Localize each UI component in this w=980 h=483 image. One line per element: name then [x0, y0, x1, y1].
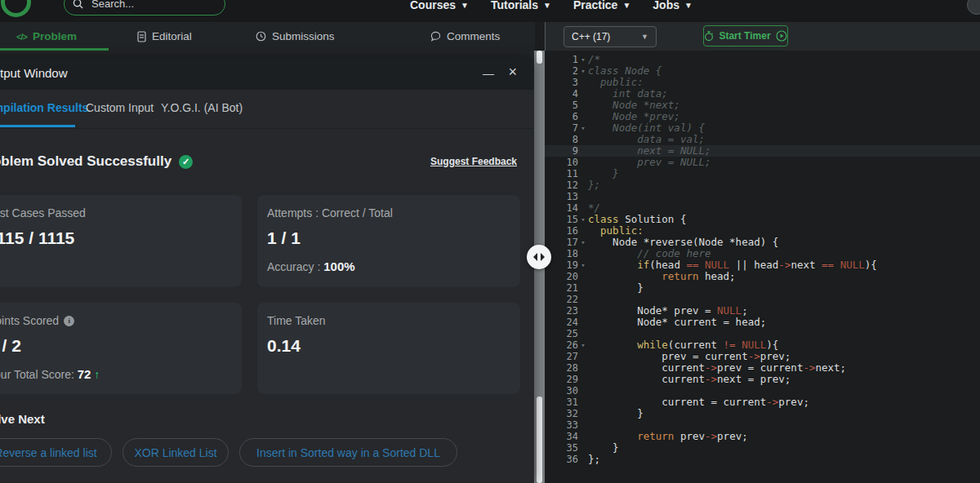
fold-spacer	[578, 408, 588, 419]
fold-spacer	[578, 385, 588, 397]
up-arrow-icon: ↑	[94, 368, 100, 381]
fold-spacer	[578, 134, 588, 145]
code-line[interactable]: 31 current = current->prev;	[545, 397, 980, 408]
suggest-feedback-link[interactable]: Suggest Feedback	[430, 156, 517, 167]
code-line[interactable]: 15▾class Solution {	[545, 214, 980, 225]
suggestion-pill[interactable]: Reverse a linked list	[0, 438, 112, 467]
code-line[interactable]: 4 int data;	[545, 88, 980, 100]
fold-arrow-icon[interactable]: ▾	[578, 339, 588, 351]
problem-tabbar: </> Problem Editorial Submissions Commen…	[0, 22, 535, 51]
code-line[interactable]: 5 Node *next;	[545, 100, 980, 111]
tab-label: Submissions	[272, 30, 335, 42]
info-icon[interactable]: i	[64, 316, 74, 326]
code-text: class Node {	[588, 65, 662, 77]
fold-arrow-icon[interactable]: ▾	[578, 237, 588, 248]
code-line[interactable]: 29 current->next = prev;	[545, 374, 980, 385]
code-line[interactable]: 34 return prev->prev;	[545, 431, 980, 442]
code-line[interactable]: 12};	[545, 179, 980, 191]
code-line[interactable]: 6 Node *prev;	[545, 111, 980, 122]
code-line[interactable]: 8 data = val;	[545, 134, 980, 145]
code-line[interactable]: 36};	[545, 454, 980, 465]
code-line[interactable]: 9 next = NULL;	[545, 145, 980, 157]
code-line[interactable]: 10 prev = NULL;	[545, 157, 980, 168]
scrollbar-thumb[interactable]	[537, 51, 542, 64]
suggestion-pill[interactable]: Insert in Sorted way in a Sorted DLL	[239, 438, 457, 467]
language-select[interactable]: C++ (17) ▼	[564, 26, 657, 47]
code-text: if(head == NULL || head->next == NULL){	[588, 259, 877, 271]
code-line[interactable]: 21 }	[545, 282, 980, 294]
fold-arrow-icon[interactable]: ▾	[578, 65, 588, 77]
code-line[interactable]: 1▾/*	[545, 54, 980, 65]
suggestion-pill[interactable]: XOR Linked List	[122, 438, 229, 467]
tab-custom-input[interactable]: Custom Input	[86, 101, 154, 114]
tab-problem[interactable]: </> Problem	[16, 22, 77, 51]
fold-spacer	[578, 305, 588, 317]
line-number: 31	[545, 397, 578, 408]
code-line[interactable]: 11 }	[545, 168, 980, 179]
panel-collapse-handle[interactable]	[527, 245, 551, 269]
nav-item-label: Practice	[573, 0, 617, 11]
code-line[interactable]: 32 }	[545, 408, 980, 419]
code-line[interactable]: 27 prev = current->prev;	[545, 351, 980, 362]
app-root: Courses ▼ Tutorials ▼ Practice ▼ Jobs ▼ …	[0, 0, 980, 483]
fold-spacer	[578, 88, 588, 100]
code-line[interactable]: 35 }	[545, 442, 980, 454]
code-line[interactable]: 33	[545, 419, 980, 431]
code-line[interactable]: 19▾ if(head == NULL || head->next == NUL…	[545, 259, 980, 271]
tab-submissions[interactable]: Submissions	[256, 22, 335, 51]
code-line[interactable]: 25	[545, 328, 980, 339]
stopwatch-icon	[704, 31, 714, 42]
code-line[interactable]: 16 public:	[545, 225, 980, 237]
tab-editorial[interactable]: Editorial	[137, 22, 192, 51]
search-icon	[73, 0, 83, 9]
output-window: Output Window — × Compilation Results Cu…	[0, 57, 534, 483]
code-text: prev = current->prev;	[588, 351, 791, 362]
tab-label: Comments	[447, 30, 500, 42]
tab-comments[interactable]: Comments	[430, 22, 500, 51]
code-line[interactable]: 13	[545, 191, 980, 202]
code-line[interactable]: 28 current->prev = current->next;	[545, 362, 980, 374]
code-line[interactable]: 14*/	[545, 202, 980, 214]
tab-yogi-ai-bot[interactable]: Y.O.G.I. (AI Bot)	[161, 101, 243, 114]
line-number: 4	[545, 88, 578, 100]
code-line[interactable]: 18 // code here	[545, 248, 980, 259]
top-navbar: Courses ▼ Tutorials ▼ Practice ▼ Jobs ▼	[0, 0, 980, 22]
close-icon[interactable]: ×	[508, 64, 517, 81]
avatar[interactable]	[967, 0, 980, 15]
card-attempts: Attempts : Correct / Total 1 / 1 Accurac…	[257, 195, 520, 287]
code-line[interactable]: 23 Node* prev = NULL;	[545, 305, 980, 317]
nav-item-tutorials[interactable]: Tutorials ▼	[491, 0, 551, 11]
line-number: 3	[545, 77, 578, 88]
fold-arrow-icon[interactable]: ▾	[578, 54, 588, 65]
code-line[interactable]: 7▾ Node(int val) {	[545, 122, 980, 134]
fold-arrow-icon[interactable]: ▾	[578, 259, 588, 271]
scrollbar-thumb[interactable]	[537, 397, 542, 483]
card-label: Attempts : Correct / Total	[267, 206, 510, 219]
code-line[interactable]: 22	[545, 294, 980, 305]
gfg-logo[interactable]	[1, 0, 31, 17]
tab-compilation-results[interactable]: Compilation Results	[0, 101, 88, 114]
nav-item-practice[interactable]: Practice ▼	[573, 0, 630, 11]
code-line[interactable]: 30	[545, 385, 980, 397]
fold-spacer	[578, 362, 588, 374]
nav-item-courses[interactable]: Courses ▼	[410, 0, 469, 11]
minimize-icon[interactable]: —	[483, 67, 494, 80]
search-box[interactable]	[64, 0, 225, 16]
points-label: Points Scored	[0, 314, 59, 327]
code-line[interactable]: 26▾ while(current != NULL){	[545, 339, 980, 351]
code-line[interactable]: 24 Node* current = head;	[545, 317, 980, 328]
code-line[interactable]: 2▾class Node {	[545, 65, 980, 77]
code-line[interactable]: 3 public:	[545, 77, 980, 88]
line-number: 5	[545, 100, 578, 111]
start-timer-button[interactable]: Start Timer	[703, 25, 788, 47]
code-editor[interactable]: 1▾/*2▾class Node {3 public:4 int data;5 …	[545, 51, 980, 483]
editor-toolbar: C++ (17) ▼ Start Timer	[545, 22, 980, 51]
nav-item-jobs[interactable]: Jobs ▼	[653, 0, 693, 11]
code-line[interactable]: 20 return head;	[545, 271, 980, 282]
fold-arrow-icon[interactable]: ▾	[578, 122, 588, 134]
fold-spacer	[578, 191, 588, 202]
search-input[interactable]	[90, 0, 191, 11]
code-line[interactable]: 17▾ Node *reverse(Node *head) {	[545, 237, 980, 248]
fold-arrow-icon[interactable]: ▾	[578, 214, 588, 225]
code-text: class Solution {	[588, 214, 686, 225]
